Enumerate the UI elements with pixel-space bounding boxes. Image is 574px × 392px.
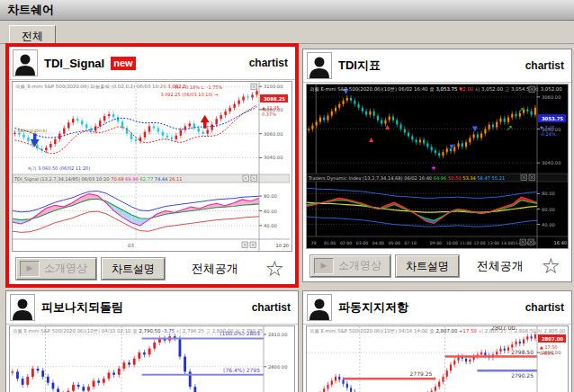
svg-text:3100.00: 3100.00: [264, 84, 283, 89]
svg-text:외월 E-mini S&P 500(2020.06)(10분: 외월 E-mini S&P 500(2020.06)(10분) 04/10 02…: [13, 328, 264, 334]
svg-text:외월 E-mini S&P 500(2020.06)(10분: 외월 E-mini S&P 500(2020.06)(10분) 06/02 16…: [309, 86, 562, 92]
new-badge: new: [111, 57, 135, 70]
svg-text:13:00: 13:00: [488, 241, 499, 245]
card-title: TDI_Signal: [44, 57, 104, 70]
window-titlebar[interactable]: 차트쉐어: [0, 0, 574, 21]
chart-thumbnail[interactable]: 3060.003050.003040.00★↗↗3053.75▼ 7.25-0.…: [306, 84, 569, 249]
svg-text:▼ 7.25: ▼ 7.25: [540, 125, 555, 130]
card-header: 피보나치되돌림 chartist: [6, 291, 298, 325]
svg-text:40.00: 40.00: [264, 223, 277, 228]
window-title: 차트쉐어: [7, 2, 54, 18]
svg-text:28: 28: [311, 241, 317, 245]
user-avatar-icon: [13, 49, 38, 76]
card-title: TDI지표: [338, 58, 381, 74]
tab-bar: 전체: [0, 21, 574, 44]
svg-text:60.00: 60.00: [542, 207, 555, 212]
card-title: 파동지지저항: [338, 299, 408, 316]
svg-text:80.00: 80.00: [542, 191, 555, 196]
card-footer: ▶ 소개영상 차트설명 전체공개 ☆: [9, 253, 295, 284]
svg-text:05:00: 05:00: [389, 241, 400, 245]
intro-video-label: 소개영상: [338, 258, 381, 273]
svg-text:저가 3,060.50 (06/02 11:20): 저가 3,060.50 (06/02 11:20): [27, 165, 90, 171]
author-label: chartist: [525, 301, 564, 314]
svg-text:10:00: 10:00: [446, 241, 458, 245]
intro-video-button[interactable]: ▶ 소개영상: [16, 258, 96, 280]
svg-text:★: ★: [431, 165, 436, 172]
svg-text:외월_E-mini S&P 500(2020.06) 파동출: 외월_E-mini S&P 500(2020.06) 파동출력 (0.02,0.…: [15, 84, 186, 90]
svg-text:2810.00: 2810.00: [268, 332, 287, 337]
svg-text:▲ 17.50: ▲ 17.50: [540, 344, 558, 350]
author-label: chartist: [252, 301, 291, 314]
svg-text:3,092.25 (06/03 10:10) →: 3,092.25 (06/03 10:10) →: [160, 92, 218, 97]
svg-text:↗: ↗: [507, 123, 514, 132]
svg-text:16:40: 16:40: [554, 240, 567, 245]
svg-text:40.00: 40.00: [542, 222, 555, 227]
svg-text:10:20: 10:20: [276, 243, 289, 248]
public-label: 전체공개: [192, 261, 238, 277]
card-wave-support[interactable]: 파동지지저항 chartist 2800.002780.002798.50279…: [302, 290, 572, 392]
svg-text:80.00: 80.00: [264, 193, 277, 199]
card-header: TDI지표 chartist: [303, 49, 571, 83]
chart-description-button[interactable]: 차트설명: [396, 255, 459, 277]
svg-text:09:00: 09:00: [430, 241, 442, 245]
chart-description-button[interactable]: 차트설명: [102, 258, 165, 280]
svg-text:-0.24%: -0.24%: [540, 131, 556, 137]
author-label: chartist: [525, 59, 564, 72]
svg-text:01:00: 01:00: [324, 241, 336, 245]
card-fibonacci[interactable]: 피보나치되돌림 chartist 2810.002800.00(100.0%) …: [5, 290, 299, 392]
svg-text:03: 03: [128, 243, 134, 248]
chart-thumbnail[interactable]: 3100.003080.003060.003040.00Falling(gfsc…: [12, 81, 292, 252]
svg-text:외월 E-mini S&P 500(2020.06)(10분: 외월 E-mini S&P 500(2020.06)(10분) 04/14 14…: [309, 328, 566, 334]
svg-text:TDI_Signal (13,2,7,34,14/85) 0: TDI_Signal (13,2,7,34,14/85) 06/03 10:20…: [13, 176, 183, 183]
svg-text:(76.4%) 2795: (76.4%) 2795: [223, 367, 260, 373]
svg-text:07:10: 07:10: [405, 241, 417, 245]
svg-text:2807.00: 2807.00: [542, 336, 563, 342]
svg-text:03:00: 03:00: [356, 241, 368, 245]
card-title: 피보나치되돌림: [41, 299, 123, 316]
svg-text:2790.25: 2790.25: [511, 372, 534, 379]
chart-thumbnail[interactable]: 2800.002780.002798.502790.252779.252771.…: [306, 325, 569, 392]
svg-text:0.37%: 0.37%: [262, 111, 276, 117]
svg-text:0.63%: 0.63%: [540, 351, 554, 356]
svg-text:▲ 11.35: ▲ 11.35: [262, 105, 280, 111]
card-footer: ▶ 소개영상 차트설명 전체공개 ☆: [303, 250, 571, 281]
svg-text:12:00: 12:00: [473, 241, 485, 245]
author-label: chartist: [249, 57, 288, 69]
user-avatar-icon: [307, 294, 332, 321]
svg-text:↗: ↗: [518, 106, 525, 114]
card-tdi-indicator[interactable]: TDI지표 chartist 3060.003050.003040.00★↗↗3…: [302, 49, 572, 282]
svg-text:3060.00: 3060.00: [542, 94, 561, 100]
svg-text:04:00: 04:00: [372, 241, 384, 245]
card-header: TDI_Signal new chartist: [9, 47, 295, 80]
chart-thumbnail[interactable]: 2810.002800.00(100.0%) 2803(76.4%) 2795(…: [9, 325, 295, 392]
svg-text:Traders Dynamic Index (13,2,7,: Traders Dynamic Index (13,2,7,34,14,68) …: [308, 175, 505, 182]
user-avatar-icon: [307, 52, 332, 79]
svg-text:3053.75: 3053.75: [542, 116, 563, 121]
svg-text:3060.00: 3060.00: [264, 131, 283, 137]
svg-text:11:00: 11:00: [460, 241, 471, 245]
svg-text:2779.25: 2779.25: [410, 370, 433, 377]
public-label: 전체공개: [477, 258, 524, 274]
user-avatar-icon: [10, 294, 35, 321]
card-tdi-signal[interactable]: TDI_Signal new chartist 3100.003080.0030…: [5, 43, 299, 288]
favorite-star-icon[interactable]: ☆: [541, 257, 561, 275]
svg-text:3040.00: 3040.00: [264, 155, 283, 160]
svg-text:3088.25: 3088.25: [264, 96, 285, 102]
intro-video-button[interactable]: ▶ 소개영상: [310, 255, 390, 277]
play-icon: ▶: [20, 261, 40, 277]
favorite-star-icon[interactable]: ☆: [265, 260, 284, 278]
svg-text:02:00: 02:00: [340, 241, 352, 245]
intro-video-label: 소개영상: [44, 261, 87, 276]
svg-text:60.00: 60.00: [264, 209, 277, 214]
svg-text:14:00: 14:00: [501, 241, 513, 245]
play-icon: ▶: [314, 258, 334, 274]
svg-text:Falling(gfsck): Falling(gfsck): [17, 128, 47, 134]
card-header: 파동지지저항 chartist: [303, 291, 571, 325]
svg-text:2800.00: 2800.00: [268, 364, 287, 370]
svg-text:2798.50: 2798.50: [511, 349, 534, 355]
svg-text:3040.00: 3040.00: [542, 160, 561, 165]
